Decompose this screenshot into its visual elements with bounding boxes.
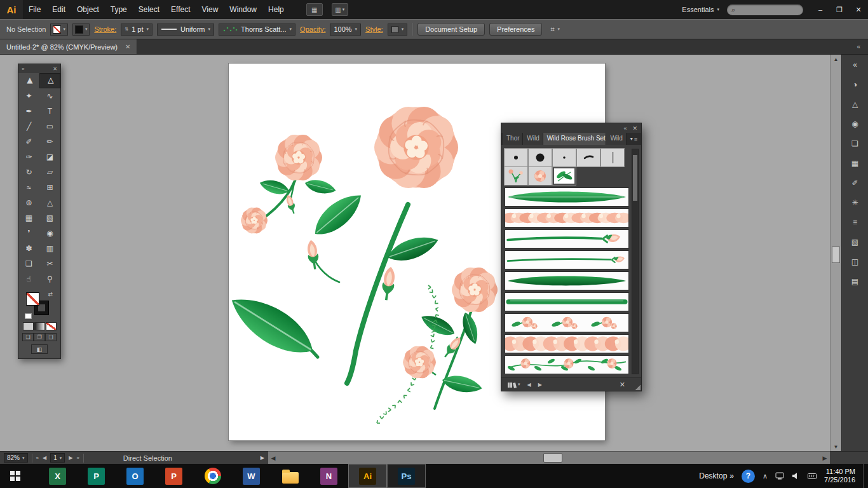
arrange-documents-icon[interactable]: ▥▾ <box>332 3 348 16</box>
brushes-panel-header[interactable]: « ✕ <box>501 123 641 133</box>
horizontal-scroll-thumb[interactable] <box>543 453 562 463</box>
blob-brush-tool[interactable]: ✑ <box>18 149 39 165</box>
menu-help[interactable]: Help <box>262 0 290 19</box>
close-button[interactable]: ✕ <box>849 0 868 19</box>
taskbar-clock[interactable]: 11:40 PM 7/25/2016 <box>824 468 855 484</box>
color-panel-icon[interactable]: ◑ <box>847 78 864 91</box>
fill-stroke-control[interactable]: ⇄ <box>25 291 54 320</box>
taskbar-powerpoint[interactable]: P <box>154 464 193 488</box>
mesh-tool[interactable]: ▦ <box>18 210 39 226</box>
stroke-panel-icon[interactable]: ≡ <box>847 216 864 229</box>
artboard-number-field[interactable]: 1▾ <box>50 453 65 463</box>
last-artboard-button[interactable]: » <box>76 455 79 461</box>
column-graph-tool[interactable]: ▥ <box>39 241 60 256</box>
none-button[interactable] <box>46 322 57 330</box>
brush-stem-brush[interactable] <box>505 292 629 311</box>
menu-object[interactable]: Object <box>71 0 105 19</box>
help-icon[interactable]: ? <box>742 470 755 483</box>
panel-tab-0[interactable]: Thor <box>503 133 523 145</box>
volume-icon[interactable] <box>792 472 800 480</box>
width-profile-dropdown[interactable]: Uniform▾ <box>157 24 214 36</box>
close-panel-icon[interactable]: ✕ <box>632 125 637 132</box>
menu-select[interactable]: Select <box>133 0 165 19</box>
menu-type[interactable]: Type <box>105 0 133 19</box>
brush-rose-border-brush[interactable] <box>505 208 629 227</box>
brush-rose-leaves[interactable] <box>552 166 576 186</box>
pencil-tool[interactable]: ✏ <box>39 134 60 149</box>
desktop-toolbar[interactable]: Desktop » <box>699 471 734 480</box>
style-link[interactable]: Style: <box>365 25 383 33</box>
taskbar-illustrator[interactable]: Ai <box>348 464 387 488</box>
brush-dash-taper[interactable] <box>576 148 600 167</box>
taskbar-chrome[interactable] <box>193 464 232 488</box>
scroll-down-icon[interactable]: ▼ <box>831 442 841 451</box>
rectangle-tool[interactable]: ▭ <box>39 119 60 134</box>
menu-file[interactable]: File <box>23 0 46 19</box>
menu-effect[interactable]: Effect <box>165 0 196 19</box>
brush-large-rose-border-brush[interactable] <box>505 334 629 353</box>
network-icon[interactable] <box>775 472 784 480</box>
selection-tool[interactable]: ▶ <box>18 73 39 88</box>
remove-brush-stroke-icon[interactable]: ✕ <box>620 381 625 389</box>
minimize-button[interactable]: – <box>811 0 830 19</box>
line-segment-tool[interactable]: ╱ <box>18 119 39 134</box>
touch-keyboard-icon[interactable] <box>808 473 817 480</box>
width-tool[interactable]: ≈ <box>18 180 39 195</box>
search-input[interactable]: ⌕ <box>727 4 803 15</box>
brushes-panel-icon[interactable]: ✐ <box>847 177 864 189</box>
brush-line-fade[interactable] <box>600 148 625 167</box>
panel-scrollbar[interactable] <box>632 149 639 374</box>
style-dropdown[interactable]: ▾ <box>388 24 408 36</box>
app-logo[interactable]: Ai <box>0 0 23 19</box>
next-brush-icon[interactable]: ▶ <box>538 382 542 388</box>
draw-behind-button[interactable]: ❐ <box>34 333 45 341</box>
taskbar-publisher[interactable]: P <box>77 464 116 488</box>
swatches-panel-icon[interactable]: ▦ <box>847 157 864 170</box>
opacity-field[interactable]: 100%▾ <box>330 24 361 36</box>
taskbar-file-explorer[interactable] <box>271 464 309 488</box>
zoom-tool[interactable]: ⚲ <box>39 271 60 287</box>
paintbrush-tool[interactable]: ✐ <box>18 134 39 149</box>
horizontal-scrollbar[interactable]: ◀ ▶ <box>268 451 830 464</box>
panel-tab-3[interactable]: Wild <box>606 133 626 145</box>
menu-view[interactable]: View <box>196 0 224 19</box>
collapse-panel-icon[interactable]: « <box>623 125 627 132</box>
previous-brush-icon[interactable]: ◀ <box>527 382 531 388</box>
collapse-dock-icon[interactable]: « <box>849 39 868 54</box>
select-similar-dropdown[interactable]: ⌗▾ <box>546 24 564 36</box>
show-desktop-button[interactable] <box>863 464 867 488</box>
gradient-button[interactable] <box>34 322 45 330</box>
eraser-tool[interactable]: ◪ <box>39 149 60 165</box>
taskbar-photoshop[interactable]: Ps <box>387 464 426 488</box>
symbols-panel-icon[interactable]: ✳ <box>847 196 864 209</box>
menu-edit[interactable]: Edit <box>46 0 71 19</box>
stroke-color-dropdown[interactable]: ▾ <box>72 24 90 36</box>
scroll-left-icon[interactable]: ◀ <box>268 452 278 464</box>
restore-button[interactable]: ❐ <box>830 0 849 19</box>
slice-tool[interactable]: ✂ <box>39 256 60 271</box>
brush-roses-scatter-brush[interactable] <box>505 313 629 332</box>
scroll-right-icon[interactable]: ▶ <box>820 452 830 464</box>
symbol-sprayer-tool[interactable]: ✽ <box>18 241 39 256</box>
brush-leaf-brush[interactable] <box>505 187 629 207</box>
appearance-panel-icon[interactable]: ◉ <box>847 118 864 130</box>
close-panel-icon[interactable]: ✕ <box>53 66 57 72</box>
vertical-scroll-thumb[interactable] <box>832 247 840 263</box>
gradient-tool[interactable]: ▧ <box>39 210 60 226</box>
menu-window[interactable]: Window <box>224 0 262 19</box>
scale-tool[interactable]: ▱ <box>39 165 60 180</box>
taskbar-word[interactable]: W <box>232 464 271 488</box>
shape-builder-tool[interactable]: ⊕ <box>18 195 39 210</box>
layers-panel-icon[interactable]: ▤ <box>847 275 864 288</box>
panel-resize-grip[interactable] <box>634 384 641 390</box>
fill-swatch[interactable] <box>26 292 39 306</box>
brush-dark-leaf-brush[interactable] <box>505 271 629 290</box>
hand-tool[interactable]: ☝ <box>18 271 39 287</box>
previous-artboard-button[interactable]: ◀ <box>43 455 46 461</box>
brush-definition-dropdown[interactable]: Thorns Scatt...▾ <box>219 24 295 36</box>
brush-dot-large[interactable] <box>528 148 552 167</box>
preferences-button[interactable]: Preferences <box>489 23 542 36</box>
screen-mode-button[interactable]: ◧ <box>31 344 48 354</box>
stroke-link[interactable]: Stroke: <box>94 25 116 33</box>
transparency-panel-icon[interactable]: ◫ <box>847 255 864 268</box>
